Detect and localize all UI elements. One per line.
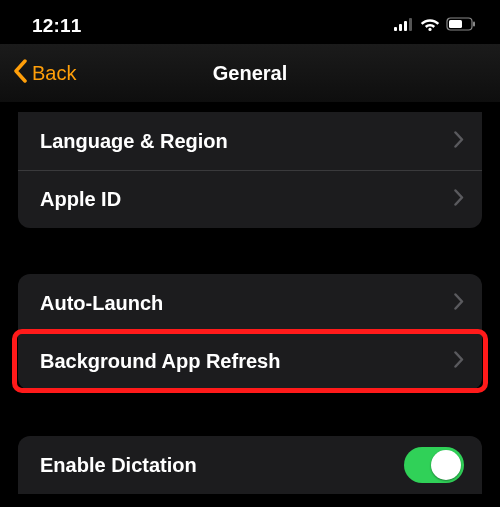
svg-point-4 <box>428 28 431 31</box>
settings-group-2: Auto-Launch Background App Refresh <box>18 274 482 390</box>
row-label: Apple ID <box>40 188 121 211</box>
row-label: Language & Region <box>40 130 228 153</box>
svg-rect-3 <box>409 18 412 31</box>
chevron-right-icon <box>454 189 464 210</box>
svg-rect-6 <box>449 20 462 28</box>
svg-rect-1 <box>399 24 402 31</box>
row-language-region[interactable]: Language & Region <box>18 112 482 170</box>
row-label: Auto-Launch <box>40 292 163 315</box>
row-background-app-refresh[interactable]: Background App Refresh <box>18 332 482 390</box>
chevron-right-icon <box>454 131 464 152</box>
toggle-switch[interactable] <box>404 447 464 483</box>
row-apple-id[interactable]: Apple ID <box>18 170 482 228</box>
row-enable-dictation[interactable]: Enable Dictation <box>18 436 482 494</box>
svg-rect-0 <box>394 27 397 31</box>
status-bar: 12:11 <box>0 0 500 44</box>
row-auto-launch[interactable]: Auto-Launch <box>18 274 482 332</box>
content: Language & Region Apple ID Auto-Launch B… <box>0 102 500 494</box>
toggle-knob <box>431 450 461 480</box>
svg-rect-2 <box>404 21 407 31</box>
settings-group-3: Enable Dictation <box>18 436 482 494</box>
cellular-icon <box>394 17 414 35</box>
settings-group-1: Language & Region Apple ID <box>18 112 482 228</box>
status-time: 12:11 <box>32 15 82 37</box>
svg-rect-7 <box>473 22 475 27</box>
chevron-left-icon <box>12 59 28 88</box>
wifi-icon <box>420 17 440 35</box>
status-icons <box>394 17 476 35</box>
battery-icon <box>446 17 476 35</box>
back-button[interactable]: Back <box>0 59 76 88</box>
nav-bar: Back General <box>0 44 500 102</box>
chevron-right-icon <box>454 293 464 314</box>
chevron-right-icon <box>454 351 464 372</box>
row-label: Enable Dictation <box>40 454 197 477</box>
back-label: Back <box>32 62 76 85</box>
row-label: Background App Refresh <box>40 350 280 373</box>
